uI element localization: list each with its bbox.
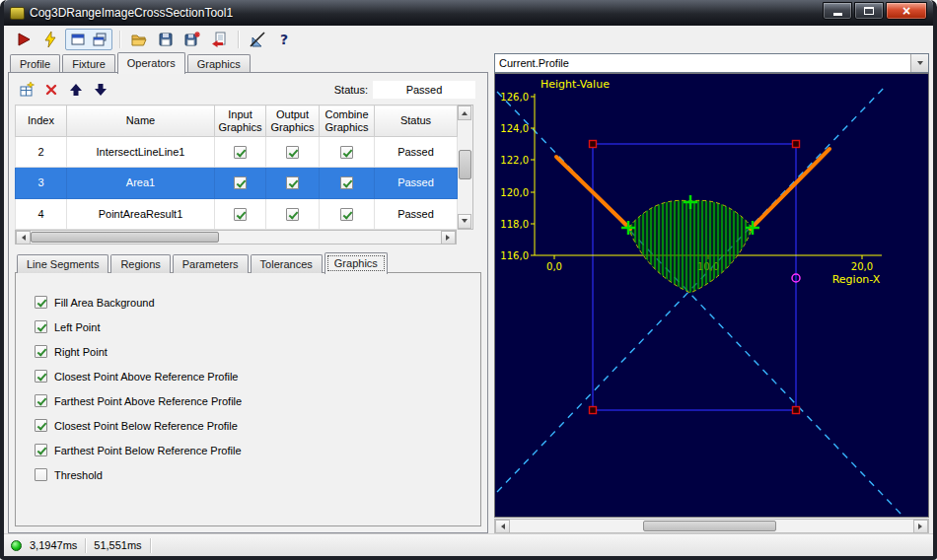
- profile-plot-svg: 126,0124,0122,0120,0118,0116,00,010,020,…: [495, 74, 928, 517]
- toolbar-separator: [119, 31, 120, 48]
- app-window: Cog3DRangeImageCrossSectionTool1: [0, 0, 937, 560]
- scroll-up-button[interactable]: [458, 105, 471, 120]
- output-graphics-checkbox[interactable]: [286, 208, 299, 221]
- maximize-icon: [864, 7, 874, 15]
- move-down-button[interactable]: [91, 80, 110, 100]
- scroll-right-button[interactable]: [913, 520, 928, 533]
- table-row[interactable]: 2 IntersectLineLine1 Passed: [16, 137, 458, 168]
- checkbox[interactable]: [35, 468, 47, 481]
- angle-tool-button[interactable]: [246, 28, 269, 51]
- close-icon: [902, 2, 910, 20]
- table-vertical-scrollbar[interactable]: [458, 105, 473, 230]
- checkbox[interactable]: [35, 296, 47, 309]
- subtab-graphics[interactable]: Graphics: [324, 252, 388, 274]
- combine-graphics-checkbox[interactable]: [340, 176, 353, 189]
- checkbox[interactable]: [35, 320, 47, 333]
- app-icon: [10, 7, 25, 20]
- subtab-regions[interactable]: Regions: [110, 254, 170, 273]
- checkbox[interactable]: [35, 394, 47, 407]
- close-button[interactable]: [886, 2, 927, 20]
- delete-operator-button[interactable]: [41, 80, 61, 100]
- run-button[interactable]: [12, 28, 36, 51]
- scroll-left-button[interactable]: [495, 520, 510, 533]
- y-tick-label: 122,0: [500, 155, 529, 166]
- subtab-parameters[interactable]: Parameters: [173, 254, 249, 273]
- table-row[interactable]: 3 Area1 Passed: [16, 168, 458, 198]
- area-shape: [628, 200, 753, 293]
- x-axis-title: Region-X: [832, 273, 881, 286]
- col-output: Output Graphics: [266, 105, 320, 137]
- move-down-icon: [92, 81, 109, 99]
- arrow-left-icon: [19, 235, 26, 241]
- option-closest-below[interactable]: Closest Point Below Reference Profile: [35, 413, 480, 438]
- option-threshold[interactable]: Threshold: [35, 462, 480, 487]
- input-graphics-checkbox[interactable]: [234, 208, 247, 221]
- scroll-track[interactable]: [31, 231, 441, 244]
- scroll-right-button[interactable]: [441, 231, 456, 245]
- option-farthest-below[interactable]: Farthest Point Below Reference Profile: [35, 438, 480, 462]
- cell-index: 4: [16, 198, 67, 229]
- scroll-track[interactable]: [458, 120, 472, 214]
- auto-run-button[interactable]: [38, 28, 62, 51]
- save-button[interactable]: [154, 28, 178, 51]
- combine-graphics-checkbox[interactable]: [340, 146, 353, 159]
- tab-operators[interactable]: Operators: [117, 52, 185, 74]
- table-horizontal-scrollbar[interactable]: [15, 230, 457, 245]
- minimize-button[interactable]: [823, 2, 852, 20]
- combine-graphics-checkbox[interactable]: [340, 208, 353, 221]
- angle-tool-icon: [249, 31, 266, 48]
- move-up-button[interactable]: [66, 80, 86, 100]
- input-graphics-checkbox[interactable]: [234, 146, 247, 159]
- scroll-left-button[interactable]: [16, 231, 31, 245]
- maximize-button[interactable]: [854, 2, 884, 20]
- tab-graphics[interactable]: Graphics: [187, 54, 251, 73]
- help-button[interactable]: ?: [272, 28, 296, 51]
- delete-operator-icon: [42, 81, 60, 99]
- plot-horizontal-scrollbar[interactable]: [494, 519, 929, 533]
- tab-profile[interactable]: Profile: [10, 54, 60, 73]
- operators-table: Index Name Input Graphics Output Graphic…: [15, 105, 458, 230]
- scroll-track[interactable]: [510, 520, 913, 532]
- import-button[interactable]: [207, 28, 231, 51]
- scroll-thumb[interactable]: [459, 150, 471, 179]
- option-farthest-above[interactable]: Farthest Point Above Reference Profile: [35, 388, 480, 413]
- option-right-point[interactable]: Right Point: [35, 339, 480, 364]
- table-row[interactable]: 4 PointAreaResult1 Passed: [16, 198, 458, 229]
- profile-plot[interactable]: 126,0124,0122,0120,0118,0116,00,010,020,…: [494, 73, 929, 518]
- subtab-line-segments[interactable]: Line Segments: [17, 254, 108, 273]
- checkbox[interactable]: [35, 345, 47, 358]
- x-tick-label: 20,0: [851, 261, 873, 272]
- add-operator-button[interactable]: [17, 80, 36, 100]
- status-led-icon: [11, 540, 22, 551]
- run-time: 3,1947ms: [30, 539, 77, 551]
- cell-input: [215, 198, 266, 229]
- checkbox[interactable]: [35, 419, 47, 432]
- subtab-tolerances[interactable]: Tolerances: [251, 254, 323, 273]
- arrow-up-icon: [462, 108, 468, 115]
- open-button[interactable]: [127, 28, 151, 51]
- option-fill-area-background[interactable]: Fill Area Background: [35, 290, 480, 315]
- save-as-icon: [183, 31, 201, 48]
- cell-index: 2: [16, 137, 67, 168]
- checkbox[interactable]: [35, 370, 47, 383]
- option-label: Farthest Point Above Reference Profile: [54, 395, 242, 407]
- checkbox[interactable]: [35, 444, 47, 456]
- scroll-thumb[interactable]: [643, 521, 776, 531]
- output-graphics-checkbox[interactable]: [286, 176, 299, 189]
- cell-combine: [320, 198, 375, 229]
- save-as-button[interactable]: [180, 28, 204, 51]
- option-left-point[interactable]: Left Point: [35, 315, 480, 339]
- option-closest-above[interactable]: Closest Point Above Reference Profile: [35, 364, 480, 388]
- total-time: 51,551ms: [94, 539, 141, 551]
- float-display-button[interactable]: [89, 30, 110, 49]
- scroll-down-button[interactable]: [458, 214, 471, 229]
- run-icon: [15, 31, 33, 48]
- profile-selector[interactable]: Current.Profile: [494, 53, 929, 73]
- scroll-thumb[interactable]: [31, 232, 219, 243]
- statusbar-separator: [85, 538, 86, 553]
- tab-fixture[interactable]: Fixture: [62, 54, 115, 73]
- input-graphics-checkbox[interactable]: [234, 176, 247, 189]
- output-graphics-checkbox[interactable]: [286, 146, 299, 159]
- dropdown-button[interactable]: [910, 54, 928, 72]
- display-toggle-button[interactable]: [67, 30, 89, 49]
